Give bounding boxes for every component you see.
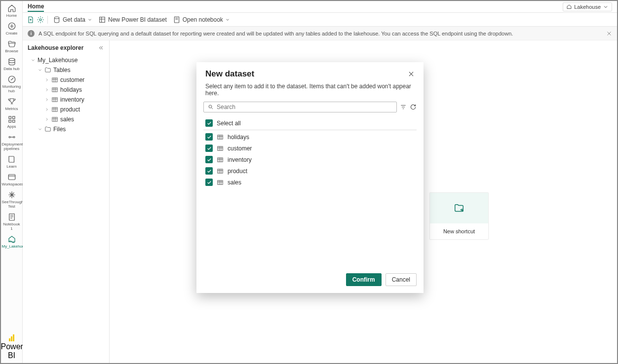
tree-tables[interactable]: Tables bbox=[25, 65, 107, 75]
new-dataset-dialog: New dataset Select any item to add it to… bbox=[196, 62, 424, 293]
svg-point-1 bbox=[9, 58, 15, 61]
get-data-label: Get data bbox=[63, 16, 85, 23]
rail-browse-label: Browse bbox=[1, 48, 23, 53]
chevron-double-left-icon bbox=[98, 45, 104, 51]
chevron-down-icon bbox=[31, 58, 36, 63]
rail-learn[interactable]: Learn bbox=[1, 152, 23, 170]
lakehouse-small-icon bbox=[566, 4, 572, 10]
new-pbi-dataset-label: New Power BI dataset bbox=[108, 16, 167, 23]
tree-table-item[interactable]: customer bbox=[25, 75, 107, 85]
table-icon bbox=[217, 134, 224, 141]
search-input[interactable] bbox=[217, 104, 392, 110]
cancel-button[interactable]: Cancel bbox=[386, 273, 417, 286]
rail-mylakehouse-label: My_Lakehouse bbox=[1, 244, 23, 249]
rail-apps[interactable]: Apps bbox=[1, 112, 23, 130]
new-pbi-dataset-button[interactable]: New Power BI dataset bbox=[96, 15, 169, 25]
table-icon bbox=[217, 145, 224, 152]
search-icon bbox=[208, 104, 214, 110]
dialog-close-button[interactable] bbox=[408, 71, 415, 77]
rail-monitoring[interactable]: Monitoring hub bbox=[1, 72, 23, 94]
tree-table-label: customer bbox=[60, 76, 84, 83]
svg-point-20 bbox=[209, 105, 212, 108]
rail-notebook-label: Notebook 1 bbox=[1, 221, 23, 231]
dialog-item-row[interactable]: sales bbox=[203, 177, 417, 188]
toolbar: Get data New Power BI dataset Open noteb… bbox=[23, 13, 617, 27]
select-all-row[interactable]: Select all bbox=[203, 117, 417, 130]
get-data-icon bbox=[53, 16, 61, 24]
close-icon bbox=[606, 31, 612, 36]
open-notebook-label: Open notebook bbox=[183, 16, 223, 23]
svg-point-12 bbox=[54, 17, 59, 19]
rail-workspaces[interactable]: Workspaces bbox=[1, 170, 23, 187]
workspace-switcher[interactable]: Lakehouse bbox=[563, 2, 612, 11]
tree-table-item[interactable]: inventory bbox=[25, 95, 107, 105]
dialog-item-row[interactable]: inventory bbox=[203, 154, 417, 165]
rail-home[interactable]: Home bbox=[1, 1, 23, 19]
dialog-item-row[interactable]: holidays bbox=[203, 131, 417, 143]
check-icon bbox=[207, 180, 212, 185]
svg-rect-17 bbox=[52, 98, 58, 102]
tree-files[interactable]: Files bbox=[25, 124, 107, 134]
header-tab-home[interactable]: Home bbox=[28, 2, 44, 12]
rail-browse[interactable]: Browse bbox=[1, 36, 23, 54]
item-checkbox[interactable] bbox=[205, 167, 213, 175]
rail-seethrough[interactable]: SeeThrough Test bbox=[1, 187, 23, 210]
item-checkbox[interactable] bbox=[205, 179, 213, 186]
rail-metrics-label: Metrics bbox=[1, 106, 23, 111]
table-icon bbox=[51, 86, 58, 93]
rail-datahub[interactable]: Data hub bbox=[1, 54, 23, 72]
explorer-header: Lakehouse explorer bbox=[23, 40, 109, 55]
rail-mylakehouse[interactable]: My_Lakehouse bbox=[1, 232, 23, 250]
tree-root[interactable]: My_Lakehouse bbox=[25, 55, 107, 65]
explorer-collapse-button[interactable] bbox=[98, 45, 104, 51]
new-file-icon[interactable] bbox=[27, 16, 35, 24]
filter-icon[interactable] bbox=[400, 104, 407, 110]
refresh-icon[interactable] bbox=[410, 104, 417, 110]
tree-table-item[interactable]: product bbox=[25, 105, 107, 114]
svg-point-8 bbox=[13, 137, 15, 138]
tree-table-item[interactable]: holidays bbox=[25, 85, 107, 95]
rail-learn-label: Learn bbox=[1, 164, 23, 169]
open-notebook-button[interactable]: Open notebook bbox=[171, 15, 232, 25]
dialog-item-list: Select all holidayscustomerinventoryprod… bbox=[196, 115, 424, 188]
header-bar: Home Lakehouse bbox=[23, 1, 617, 13]
chevron-right-icon bbox=[44, 87, 49, 92]
search-input-wrapper[interactable] bbox=[203, 102, 397, 112]
tree-table-item[interactable]: sales bbox=[25, 114, 107, 124]
rail-monitoring-label: Monitoring hub bbox=[1, 84, 23, 93]
get-data-button[interactable]: Get data bbox=[51, 15, 94, 25]
rail-pipelines-label: Deployment pipelines bbox=[1, 142, 23, 151]
svg-rect-14 bbox=[174, 17, 179, 23]
tree-table-label: sales bbox=[60, 116, 74, 123]
item-checkbox[interactable] bbox=[205, 145, 213, 152]
settings-sparkle-icon[interactable] bbox=[37, 16, 44, 24]
chevron-down-icon bbox=[225, 17, 230, 22]
svg-rect-21 bbox=[218, 135, 223, 139]
folder-icon bbox=[44, 126, 51, 133]
confirm-button[interactable]: Confirm bbox=[346, 273, 382, 286]
banner-close-button[interactable] bbox=[606, 31, 612, 36]
rail-powerbi[interactable]: Power BI bbox=[1, 330, 23, 363]
database-icon bbox=[7, 57, 16, 66]
item-checkbox[interactable] bbox=[205, 133, 213, 141]
chevron-right-icon bbox=[44, 77, 49, 82]
dialog-item-row[interactable]: product bbox=[203, 165, 417, 177]
dialog-item-label: inventory bbox=[228, 156, 252, 163]
rail-notebook[interactable]: Notebook 1 bbox=[1, 210, 23, 232]
select-all-checkbox[interactable] bbox=[205, 119, 213, 127]
table-icon bbox=[217, 179, 224, 186]
rail-create[interactable]: Create bbox=[1, 19, 23, 36]
dialog-item-row[interactable]: customer bbox=[203, 143, 417, 154]
svg-rect-18 bbox=[52, 108, 58, 111]
notebook-icon bbox=[7, 213, 16, 221]
check-icon bbox=[207, 157, 212, 162]
explorer-title: Lakehouse explorer bbox=[28, 44, 83, 51]
item-checkbox[interactable] bbox=[205, 156, 213, 163]
svg-rect-6 bbox=[12, 120, 15, 123]
lakehouse-icon bbox=[7, 235, 16, 244]
svg-rect-15 bbox=[52, 78, 58, 82]
new-shortcut-card[interactable]: New shortcut bbox=[429, 192, 489, 240]
rail-pipelines[interactable]: Deployment pipelines bbox=[1, 130, 23, 152]
svg-rect-19 bbox=[52, 117, 58, 121]
rail-metrics[interactable]: Metrics bbox=[1, 94, 23, 112]
